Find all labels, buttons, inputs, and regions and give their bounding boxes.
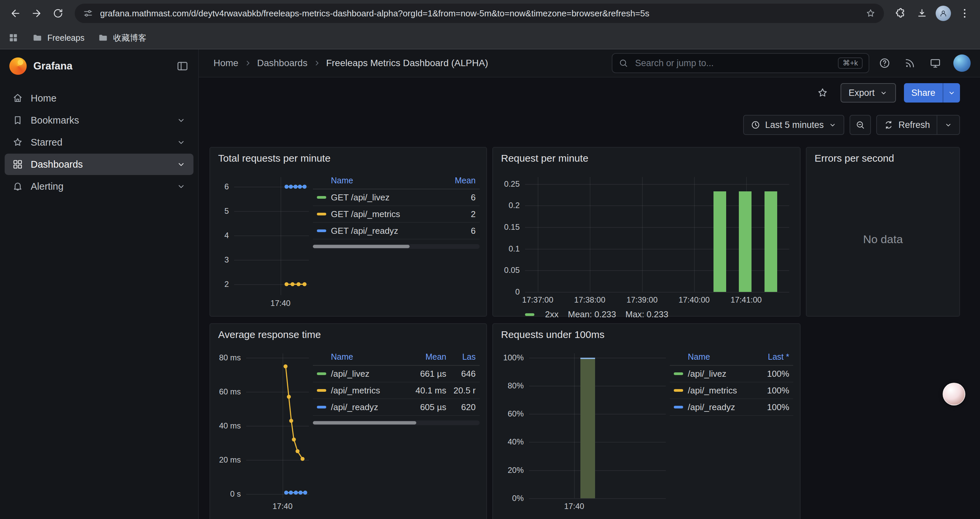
folder-icon [32,32,43,43]
legend-scrollbar[interactable] [313,420,480,425]
legend-value: 661 µs [405,369,446,379]
kiosk-mode-icon[interactable] [925,53,945,73]
brand-name: Grafana [33,60,169,72]
sidebar-item-label: Starred [31,137,62,148]
refresh-button[interactable]: Refresh [876,115,960,135]
search-box[interactable]: ⌘+k [612,53,869,73]
sidebar-item-alerting[interactable]: Alerting [5,176,194,197]
downloads-icon[interactable] [912,3,932,23]
chart-requests-under-100ms: 100%80%60%40%20%0%17:40 [500,349,670,513]
legend-value: 100% [752,402,789,412]
search-input[interactable] [634,57,832,69]
chart-requests-per-minute: 0.250.20.150.10.05017:37:0017:38:0017:39… [500,173,793,307]
series-color-dash [317,372,326,375]
apps-grid-icon[interactable] [8,32,19,43]
legend-row[interactable]: /api/_readyz100% [670,399,793,416]
chart-avg-response-time: 80 ms60 ms40 ms20 ms0 s17:40 [217,349,313,513]
panel-title[interactable]: Errors per second [807,148,959,169]
bell-icon [12,181,23,192]
legend-table: NameMeanLas/api/_livez661 µs646/api/_met… [313,345,480,519]
legend-column-header[interactable]: Name [317,352,405,362]
legend-column-header[interactable]: Mean [436,176,476,185]
zoom-out-icon[interactable] [850,115,871,135]
legend-header: NameMean [313,174,480,189]
chevron-down-icon [879,88,888,97]
plot-area: 6543217:40 [234,177,309,295]
legend-row[interactable]: /api/_metrics100% [670,382,793,399]
y-tick-label: 40 ms [217,421,241,431]
browser-menu-icon[interactable] [955,3,975,23]
y-tick-label: 20% [500,466,524,475]
bar [739,192,751,292]
favorite-star-icon[interactable] [813,83,832,103]
legend-row[interactable]: /api/_metrics40.1 ms20.5 r [313,382,480,399]
bookmark-folder-freeleaps[interactable]: Freeleaps [32,32,84,43]
legend-row[interactable]: GET /api/_livez6 [313,189,480,206]
site-settings-icon[interactable] [83,8,94,19]
panel-title[interactable]: Average response time [210,324,486,345]
panel-title[interactable]: Requests under 100ms [493,324,800,345]
panel-errors-per-second: Errors per second No data [806,147,960,316]
chevron-down-icon[interactable] [176,181,186,192]
y-tick-label: 0.25 [500,179,520,189]
chevron-down-icon[interactable] [176,159,186,169]
legend-series-name[interactable]: 2xx [545,309,558,319]
share-menu-caret[interactable] [943,83,960,102]
back-icon[interactable] [5,3,25,23]
chevron-down-icon[interactable] [176,115,186,125]
legend-row[interactable]: /api/_livez100% [670,366,793,382]
refresh-icon [884,120,894,130]
time-controls: Last 5 minutes Refresh [199,108,980,142]
legend-column-header[interactable]: Las [446,352,476,362]
legend-row[interactable]: /api/_livez661 µs646 [313,366,480,382]
dock-sidebar-icon[interactable] [176,60,189,72]
news-icon[interactable] [900,53,920,73]
x-tick-label: 17:41:00 [730,295,762,305]
breadcrumb-dashboards[interactable]: Dashboards [257,58,307,69]
legend-value: 620 [446,402,476,412]
bookmark-folder-blogs[interactable]: 收藏博客 [98,32,146,43]
profile-avatar[interactable] [933,3,953,23]
x-tick-label: 17:40 [272,501,293,511]
chevron-down-icon[interactable] [176,137,186,147]
address-bar[interactable]: grafana.mathmast.com/d/deytv4rwavabkb/fr… [75,4,884,23]
sidebar-item-dashboards[interactable]: Dashboards [5,153,194,175]
sidebar-item-bookmarks[interactable]: Bookmarks [5,110,194,131]
time-range-picker[interactable]: Last 5 minutes [743,115,845,135]
legend-row[interactable]: GET /api/_metrics2 [313,206,480,223]
refresh-interval-caret[interactable] [944,121,953,129]
series-point [294,490,298,495]
legend-value: 646 [446,369,476,379]
legend-column-header[interactable]: Last * [752,352,789,362]
scrollbar-thumb[interactable] [313,245,410,248]
sidebar-item-home[interactable]: Home [5,88,194,109]
sidebar-item-label: Home [31,93,56,104]
scrollbar-thumb[interactable] [313,421,416,425]
share-button[interactable]: Share [904,83,960,102]
extensions-icon[interactable] [891,3,911,23]
floating-avatar[interactable] [943,383,965,406]
legend-row[interactable]: /api/_readyz605 µs620 [313,399,480,416]
breadcrumb-home[interactable]: Home [213,58,239,69]
legend-column-header[interactable]: Name [317,176,436,185]
forward-icon[interactable] [27,3,47,23]
panel-title[interactable]: Total requests per minute [210,148,486,169]
export-label: Export [849,88,875,98]
legend-column-header[interactable]: Name [674,352,752,362]
grafana-logo[interactable] [10,57,27,75]
help-icon[interactable] [875,53,895,73]
panel-title[interactable]: Request per minute [493,148,800,169]
legend-row[interactable]: GET /api/_readyz6 [313,223,480,240]
sidebar-item-starred[interactable]: Starred [5,132,194,153]
share-label[interactable]: Share [904,83,943,102]
legend-scrollbar[interactable] [313,244,480,249]
export-button[interactable]: Export [841,83,896,102]
chart-total-requests: 6543217:40 [217,173,313,310]
x-tick-label: 17:37:00 [522,295,553,305]
bookmark-star-icon[interactable] [865,8,876,19]
legend-column-header[interactable]: Mean [405,352,446,362]
no-data-text: No data [863,233,903,246]
grafana-app: Grafana Home Bookmarks Starred [0,50,980,519]
user-avatar[interactable] [953,54,970,72]
reload-icon[interactable] [48,3,68,23]
